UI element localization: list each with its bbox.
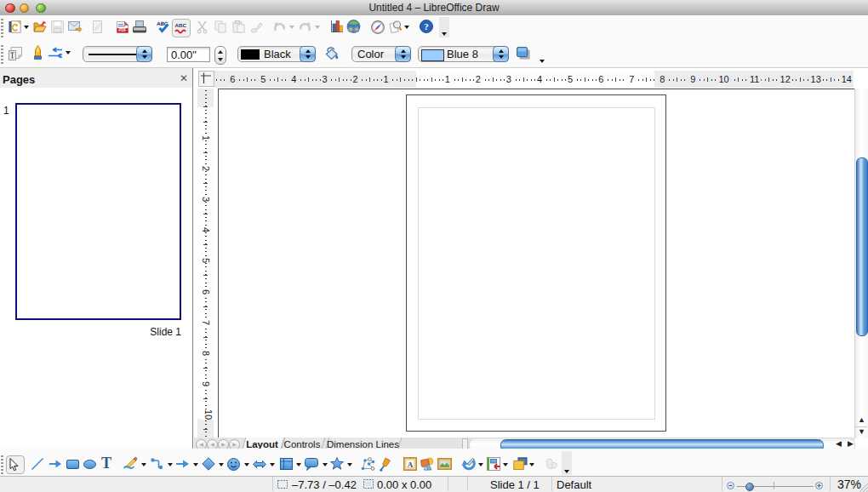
svg-text:A: A <box>408 461 414 469</box>
svg-text:?: ? <box>424 21 429 31</box>
svg-text:ABC: ABC <box>175 22 187 28</box>
svg-text:PDF: PDF <box>119 28 127 32</box>
